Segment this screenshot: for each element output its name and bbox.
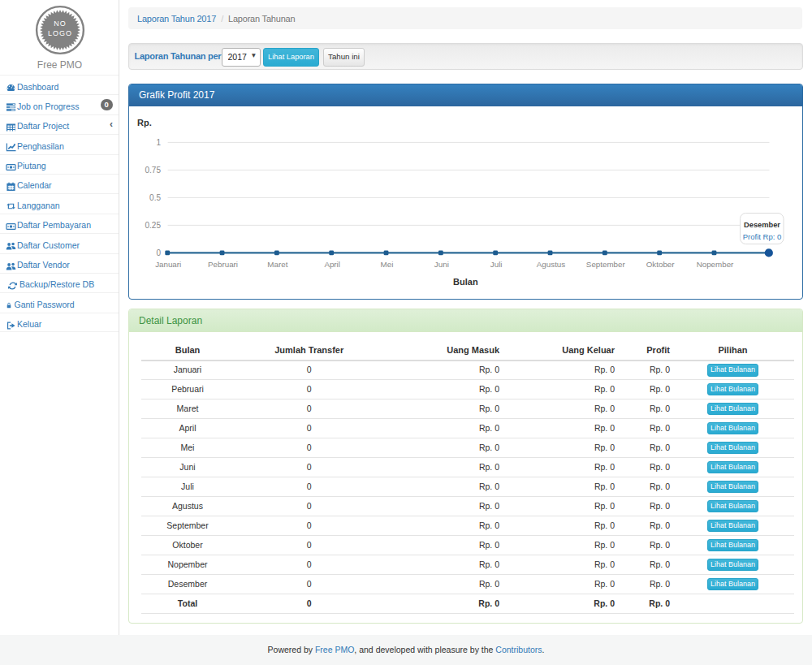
svg-text:0.25: 0.25 [145, 221, 162, 230]
svg-text:Januari: Januari [155, 260, 181, 269]
svg-text:Maret: Maret [267, 260, 287, 269]
svg-text:Desember: Desember [744, 221, 780, 229]
svg-text:1: 1 [156, 138, 161, 147]
svg-text:Bulan: Bulan [453, 277, 478, 287]
svg-text:September: September [586, 260, 626, 269]
svg-text:Juli: Juli [490, 260, 503, 269]
svg-text:0: 0 [156, 248, 161, 257]
svg-text:Pebruari: Pebruari [208, 260, 238, 269]
svg-text:Mei: Mei [381, 260, 394, 269]
svg-text:Juni: Juni [434, 260, 449, 269]
svg-text:NO: NO [54, 19, 67, 28]
svg-text:Agustus: Agustus [537, 260, 566, 269]
svg-text:0.75: 0.75 [145, 166, 162, 175]
svg-text:LOGO: LOGO [47, 29, 71, 37]
svg-text:0.5: 0.5 [149, 193, 161, 202]
svg-text:April: April [324, 260, 340, 269]
svg-text:Profit Rp: 0: Profit Rp: 0 [743, 232, 782, 241]
svg-text:Oktober: Oktober [646, 260, 676, 269]
svg-text:Rp.: Rp. [137, 118, 152, 127]
svg-text:Nopember: Nopember [697, 260, 734, 269]
